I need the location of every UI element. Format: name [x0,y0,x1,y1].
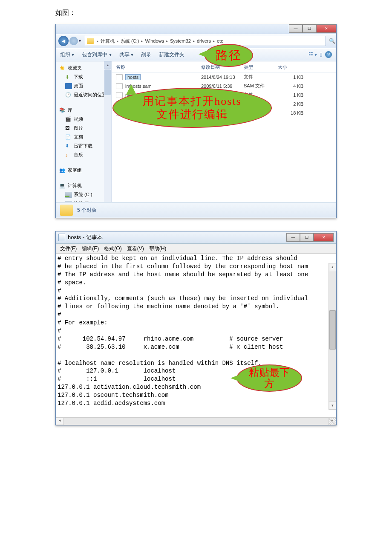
breadcrumb[interactable]: Windows [144,38,165,43]
menu-bar: 文件(F) 编辑(E) 格式(O) 查看(V) 帮助(H) [56,244,336,254]
view-button[interactable]: ☷ ▾ [308,52,317,58]
titlebar: — ☐ ✕ [56,24,336,34]
sidebar-drive-d[interactable]: 软件 (D:) [59,199,111,202]
share-menu[interactable]: 共享 ▾ [119,51,133,58]
file-row[interactable]: lmhosts.sam2009/6/11 5:39SAM 文件4 KB [112,81,336,90]
sidebar: ▴ 收藏夹 下载 桌面 最近访问的位置 库 视频 图片 文档 迅雷下载 音乐 家… [56,61,112,202]
nav-bar: ◄ ▼ ▸ 计算机▸ 系统 (C:)▸ Windows▸ System32▸ d… [56,34,336,48]
burn-button[interactable]: 刻录 [141,51,151,58]
annotation-open-notepad: 用记事本打开hosts 文件进行编辑 [112,88,272,128]
sidebar-favorites[interactable]: 收藏夹 [59,64,111,72]
sidebar-desktop[interactable]: 桌面 [59,81,111,90]
vertical-scrollbar[interactable]: ▴ ▾ [329,263,336,410]
file-icon [116,92,123,98]
notepad-titlebar: hosts - 记事本 — ☐ ✕ [56,231,336,244]
sidebar-documents[interactable]: 文档 [59,133,111,142]
include-menu[interactable]: 包含到库中 ▾ [82,51,111,58]
annotation-paste-bottom: 粘贴最下 方 [236,364,302,392]
file-pane: 名称 修改日期 类型 大小 hosts2014/8/24 19:13文件1 KB… [112,61,336,202]
sidebar-homegroup[interactable]: 家庭组 [59,166,111,175]
file-icon [116,83,123,89]
sidebar-computer[interactable]: 计算机 [59,181,111,190]
sidebar-videos[interactable]: 视频 [59,115,111,124]
menu-format[interactable]: 格式(O) [101,245,124,252]
minimize-button[interactable]: — [289,24,303,33]
menu-help[interactable]: 帮助(H) [147,245,169,252]
menu-file[interactable]: 文件(F) [58,245,79,252]
breadcrumb[interactable]: drivers [196,38,212,43]
help-icon[interactable]: ? [325,51,332,58]
minimize-button[interactable]: — [286,233,300,242]
col-size[interactable]: 大小 [278,64,303,70]
folder-icon [87,38,94,44]
close-button[interactable]: ✕ [316,24,336,33]
file-icon [116,74,123,80]
notepad-icon [58,234,65,241]
col-date[interactable]: 修改日期 [201,64,244,70]
horizontal-scrollbar[interactable]: ◂ ▸ [56,417,336,425]
sidebar-thunder[interactable]: 迅雷下载 [59,142,111,150]
notepad-title: hosts - 记事本 [68,234,103,241]
intro-text: 如图： [55,9,337,17]
file-row[interactable]: hosts2014/8/24 19:13文件1 KB [112,72,336,81]
breadcrumb[interactable]: etc [216,38,224,43]
sidebar-downloads[interactable]: 下载 [59,72,111,81]
explorer-window: — ☐ ✕ ◄ ▼ ▸ 计算机▸ 系统 (C:)▸ Windows▸ Syste… [55,24,337,218]
address-bar[interactable]: ▸ 计算机▸ 系统 (C:)▸ Windows▸ System32▸ drive… [85,36,326,46]
col-type[interactable]: 类型 [244,64,278,70]
breadcrumb[interactable]: 系统 (C:) [120,38,140,44]
maximize-button[interactable]: ☐ [303,24,316,33]
close-button[interactable]: ✕ [314,233,334,242]
search-icon[interactable]: 🔍 [328,36,336,46]
organize-menu[interactable]: 组织 ▾ [60,51,74,58]
breadcrumb[interactable]: System32 [169,38,192,43]
scrollbar[interactable]: ▴ [104,61,111,202]
maximize-button[interactable]: ☐ [300,233,314,242]
sidebar-drive-c[interactable]: 系统 (C:) [59,190,111,199]
breadcrumb[interactable]: 计算机 [100,38,115,44]
forward-button[interactable] [69,37,78,45]
text-area[interactable]: # entry should be kept on an individual … [56,254,336,417]
menu-view[interactable]: 查看(V) [124,245,147,252]
col-name[interactable]: 名称 [116,64,201,70]
new-folder-button[interactable]: 新建文件夹 [159,51,184,58]
folder-icon [60,205,73,216]
preview-pane-icon[interactable]: ▯ [320,52,323,58]
status-text: 5 个对象 [77,207,97,214]
status-bar: 5 个对象 [56,202,336,218]
history-dropdown[interactable]: ▼ [78,39,83,43]
sidebar-libraries[interactable]: 库 [59,106,111,115]
notepad-window: hosts - 记事本 — ☐ ✕ 文件(F) 编辑(E) 格式(O) 查看(V… [55,231,337,425]
column-headers[interactable]: 名称 修改日期 类型 大小 [112,61,336,72]
menu-edit[interactable]: 编辑(E) [79,245,101,252]
sidebar-pictures[interactable]: 图片 [59,124,111,133]
sidebar-recent[interactable]: 最近访问的位置 [59,90,111,99]
back-button[interactable]: ◄ [58,36,69,46]
sidebar-music[interactable]: 音乐 [59,150,111,159]
